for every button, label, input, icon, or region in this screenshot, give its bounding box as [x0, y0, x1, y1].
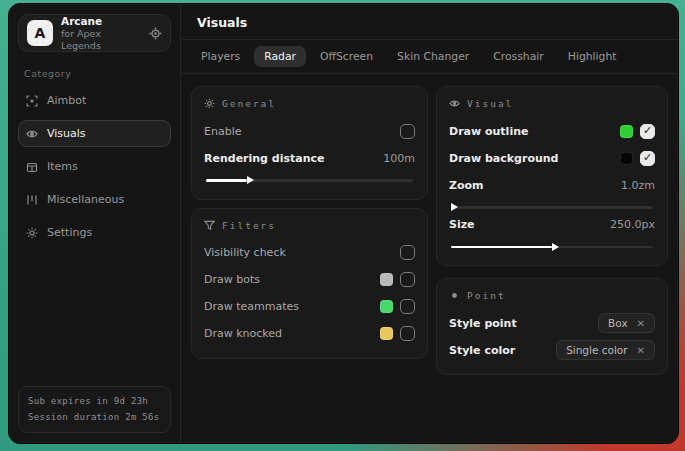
sub-expires-text: Sub expires in 9d 23h: [28, 394, 161, 409]
sidebar-item-label: Aimbot: [47, 94, 86, 107]
draw-teammates-color-swatch[interactable]: [380, 300, 393, 313]
draw-bots-checkbox[interactable]: [400, 272, 415, 287]
visual-card-header: Visual: [449, 98, 655, 109]
sidebar-item-label: Items: [47, 160, 78, 173]
category-label: Category: [24, 68, 171, 79]
filters-card-header: Filters: [204, 220, 415, 231]
tab-skin-changer[interactable]: Skin Changer: [387, 46, 479, 67]
sidebar-item-label: Visuals: [47, 127, 86, 140]
draw-outline-color-swatch[interactable]: [620, 125, 633, 138]
point-card-title: Point: [467, 290, 506, 301]
slider-fill: [206, 179, 247, 182]
draw-teammates-row: Draw teammates: [204, 296, 415, 318]
draw-outline-label: Draw outline: [449, 125, 528, 138]
style-point-select[interactable]: Box: [598, 313, 655, 333]
app-window: A Arcane for Apex Legends Category: [8, 3, 679, 444]
point-card-header: Point: [449, 290, 655, 301]
tab-radar[interactable]: Radar: [254, 46, 306, 67]
zoom-slider[interactable]: [451, 206, 653, 209]
zoom-label: Zoom: [449, 179, 484, 192]
remove-icon[interactable]: [637, 318, 645, 329]
crosshair-icon: [26, 95, 38, 107]
size-value: 250.0px: [610, 218, 655, 231]
remove-icon[interactable]: [637, 345, 645, 356]
filters-card-title: Filters: [222, 220, 276, 231]
funnel-icon: [204, 220, 215, 231]
session-duration-text: Session duration 2m 56s: [28, 410, 161, 425]
target-icon[interactable]: [149, 27, 162, 40]
app-logo: A: [27, 20, 53, 46]
page-title: Visuals: [197, 15, 662, 30]
draw-knocked-checkbox[interactable]: [400, 326, 415, 341]
size-label: Size: [449, 218, 475, 231]
general-card: General Enable Rendering distance 100m: [191, 86, 428, 200]
sidebar-item-aimbot[interactable]: Aimbot: [18, 87, 171, 114]
enable-label: Enable: [204, 125, 241, 138]
gear-icon: [26, 227, 38, 239]
draw-teammates-checkbox[interactable]: [400, 299, 415, 314]
draw-knocked-row: Draw knocked: [204, 323, 415, 345]
style-point-row: Style point Box: [449, 312, 655, 334]
app-subtitle: for Apex Legends: [61, 28, 141, 52]
subscription-info: Sub expires in 9d 23h Session duration 2…: [18, 386, 171, 433]
style-color-value: Single color: [566, 344, 627, 356]
slider-fill: [451, 246, 552, 249]
right-column: Visual Draw outline Draw background: [436, 86, 668, 375]
enable-row: Enable: [204, 120, 415, 142]
left-column: General Enable Rendering distance 100m: [191, 86, 428, 359]
draw-teammates-label: Draw teammates: [204, 300, 299, 313]
filters-card: Filters Visibility check Draw bots: [191, 208, 428, 359]
draw-background-row: Draw background: [449, 147, 655, 169]
tab-offscreen[interactable]: OffScreen: [310, 46, 383, 67]
rendering-distance-label: Rendering distance: [204, 152, 325, 165]
app-name: Arcane: [61, 15, 141, 28]
zoom-value: 1.0zm: [621, 179, 655, 192]
size-row: Size 250.0px: [449, 214, 655, 236]
eye-icon: [449, 98, 460, 109]
tab-highlight[interactable]: Highlight: [558, 46, 627, 67]
style-point-label: Style point: [449, 317, 517, 330]
sidebar-item-label: Miscellaneous: [47, 193, 124, 206]
general-card-title: General: [222, 98, 276, 109]
draw-outline-checkbox[interactable]: [640, 124, 655, 139]
rendering-distance-row: Rendering distance 100m: [204, 147, 415, 169]
draw-outline-row: Draw outline: [449, 120, 655, 142]
sidebar-item-items[interactable]: Items: [18, 153, 171, 180]
rendering-distance-slider[interactable]: [206, 179, 413, 182]
draw-knocked-color-swatch[interactable]: [380, 327, 393, 340]
main-header: Visuals: [181, 4, 678, 40]
draw-background-label: Draw background: [449, 152, 559, 165]
tab-crosshair[interactable]: Crosshair: [483, 46, 554, 67]
sidebar-item-label: Settings: [47, 226, 92, 239]
sidebar-item-miscellaneous[interactable]: Miscellaneous: [18, 186, 171, 213]
visual-card-title: Visual: [467, 98, 513, 109]
sidebar: A Arcane for Apex Legends Category: [9, 4, 181, 443]
visibility-check-row: Visibility check: [204, 242, 415, 264]
draw-background-checkbox[interactable]: [640, 151, 655, 166]
columns-icon: [26, 194, 38, 206]
gear-icon: [204, 98, 215, 109]
sidebar-nav: Aimbot Visuals Items: [18, 87, 171, 246]
eye-scan-icon: [26, 128, 38, 140]
size-slider[interactable]: [451, 246, 653, 249]
sidebar-item-visuals[interactable]: Visuals: [18, 120, 171, 147]
zoom-row: Zoom 1.0zm: [449, 174, 655, 196]
brand-card: A Arcane for Apex Legends: [18, 14, 171, 52]
sidebar-item-settings[interactable]: Settings: [18, 219, 171, 246]
point-card: Point Style point Box Style color Single…: [436, 278, 668, 375]
style-color-select[interactable]: Single color: [556, 340, 655, 360]
style-point-value: Box: [608, 317, 628, 329]
tab-bar: Players Radar OffScreen Skin Changer Cro…: [181, 40, 678, 74]
draw-bots-label: Draw bots: [204, 273, 260, 286]
visibility-check-checkbox[interactable]: [400, 245, 415, 260]
content-area: General Enable Rendering distance 100m: [181, 74, 678, 387]
enable-checkbox[interactable]: [400, 124, 415, 139]
style-color-row: Style color Single color: [449, 339, 655, 361]
general-card-header: General: [204, 98, 415, 109]
draw-bots-color-swatch[interactable]: [380, 273, 393, 286]
visual-card: Visual Draw outline Draw background: [436, 86, 668, 266]
draw-background-color-swatch[interactable]: [620, 152, 633, 165]
point-icon: [449, 290, 460, 301]
visibility-check-label: Visibility check: [204, 246, 286, 259]
tab-players[interactable]: Players: [191, 46, 250, 67]
